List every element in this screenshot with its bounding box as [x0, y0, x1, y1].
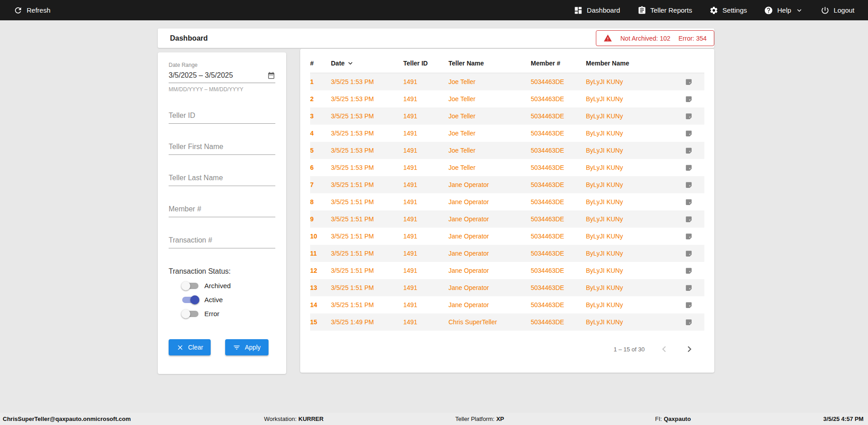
note-icon[interactable]: [673, 233, 704, 240]
nav-dashboard[interactable]: Dashboard: [574, 6, 620, 15]
filter-actions: Clear Apply: [169, 339, 275, 355]
table-row[interactable]: 9 3/5/25 1:51 PM 1491 Jane Operator 5034…: [310, 210, 704, 228]
row-teller-id: 1491: [403, 215, 448, 223]
row-member-name: ByLyJI KUNy: [586, 164, 673, 171]
table-row[interactable]: 6 3/5/25 1:53 PM 1491 Joe Teller 5034463…: [310, 159, 704, 176]
row-number: 10: [310, 233, 331, 240]
row-member-name: ByLyJI KUNy: [586, 112, 673, 120]
row-teller-id: 1491: [403, 250, 448, 257]
note-icon[interactable]: [673, 130, 704, 137]
member-number-input[interactable]: [169, 202, 275, 217]
note-icon[interactable]: [673, 181, 704, 189]
note-icon[interactable]: [673, 112, 704, 120]
table-row[interactable]: 4 3/5/25 1:53 PM 1491 Joe Teller 5034463…: [310, 125, 704, 142]
row-date: 3/5/25 1:51 PM: [331, 284, 403, 291]
row-date: 3/5/25 1:49 PM: [331, 318, 403, 326]
nav-help[interactable]: Help: [764, 6, 803, 15]
row-teller-id: 1491: [403, 164, 448, 171]
pagination-prev-button[interactable]: [658, 343, 670, 355]
note-icon[interactable]: [673, 215, 704, 223]
table-row[interactable]: 15 3/5/25 1:49 PM 1491 Chris SuperTeller…: [310, 313, 704, 331]
status-toggle[interactable]: Archived: [182, 282, 275, 290]
clear-button-label: Clear: [188, 344, 203, 351]
teller-id-input[interactable]: [169, 109, 275, 124]
row-member-number: 5034463DE: [531, 284, 586, 291]
row-member-name: ByLyJI KUNy: [586, 147, 673, 154]
row-number: 14: [310, 301, 331, 308]
nav-teller-reports[interactable]: Teller Reports: [637, 6, 693, 15]
toggle-switch[interactable]: [182, 297, 198, 303]
calendar-icon[interactable]: [267, 71, 275, 79]
row-teller-id: 1491: [403, 130, 448, 137]
dashboard-icon: [574, 6, 583, 15]
note-icon[interactable]: [673, 78, 704, 86]
table-row[interactable]: 2 3/5/25 1:53 PM 1491 Joe Teller 5034463…: [310, 90, 704, 107]
note-icon[interactable]: [673, 250, 704, 257]
note-icon[interactable]: [673, 164, 704, 172]
row-member-name: ByLyJI KUNy: [586, 181, 673, 188]
row-teller-name: Joe Teller: [448, 95, 531, 103]
row-member-number: 5034463DE: [531, 301, 586, 308]
teller-platform-status: Teller Platform:XP: [455, 413, 504, 425]
status-toggle[interactable]: Error: [182, 310, 275, 318]
note-icon[interactable]: [673, 267, 704, 275]
row-date: 3/5/25 1:53 PM: [331, 147, 403, 154]
alert-not-archived: Not Archived: 102: [620, 35, 670, 42]
table-row[interactable]: 5 3/5/25 1:53 PM 1491 Joe Teller 5034463…: [310, 142, 704, 159]
table-row[interactable]: 11 3/5/25 1:51 PM 1491 Jane Operator 503…: [310, 245, 704, 262]
row-member-name: ByLyJI KUNy: [586, 130, 673, 137]
help-icon: [764, 6, 773, 15]
row-date: 3/5/25 1:51 PM: [331, 250, 403, 257]
apply-button[interactable]: Apply: [225, 339, 268, 355]
teller-first-name-input[interactable]: [169, 140, 275, 155]
refresh-icon: [14, 6, 23, 15]
row-number: 8: [310, 198, 331, 205]
row-member-name: ByLyJI KUNy: [586, 233, 673, 240]
user-email: ChrisSuperTeller@qaxpauto.onmicrosoft.co…: [3, 413, 131, 425]
note-icon[interactable]: [673, 95, 704, 103]
status-toggle[interactable]: Active: [182, 296, 275, 304]
row-date: 3/5/25 1:53 PM: [331, 130, 403, 137]
note-icon[interactable]: [673, 318, 704, 326]
table-row[interactable]: 8 3/5/25 1:51 PM 1491 Jane Operator 5034…: [310, 193, 704, 210]
nav-label: Teller Reports: [651, 6, 693, 14]
row-number: 12: [310, 267, 331, 274]
table-row[interactable]: 13 3/5/25 1:51 PM 1491 Jane Operator 503…: [310, 279, 704, 296]
note-icon[interactable]: [673, 284, 704, 292]
table-row[interactable]: 7 3/5/25 1:51 PM 1491 Jane Operator 5034…: [310, 176, 704, 193]
row-number: 13: [310, 284, 331, 291]
date-format-hint: MM/DD/YYYY – MM/DD/YYYY: [169, 86, 275, 93]
row-member-number: 5034463DE: [531, 233, 586, 240]
row-number: 11: [310, 250, 331, 257]
pagination-next-button[interactable]: [684, 343, 695, 355]
note-icon[interactable]: [673, 147, 704, 154]
col-date[interactable]: Date: [331, 59, 403, 67]
toggle-switch[interactable]: [182, 283, 198, 289]
teller-last-name-input[interactable]: [169, 171, 275, 186]
table-row[interactable]: 14 3/5/25 1:51 PM 1491 Jane Operator 503…: [310, 296, 704, 313]
nav-logout[interactable]: Logout: [821, 6, 854, 15]
toggle-label: Active: [204, 296, 223, 304]
row-date: 3/5/25 1:51 PM: [331, 198, 403, 205]
toggle-switch[interactable]: [182, 311, 198, 317]
row-teller-name: Jane Operator: [448, 267, 531, 274]
table-row[interactable]: 3 3/5/25 1:53 PM 1491 Joe Teller 5034463…: [310, 107, 704, 125]
row-member-name: ByLyJI KUNy: [586, 95, 673, 103]
nav-settings[interactable]: Settings: [709, 6, 747, 15]
row-teller-name: Jane Operator: [448, 301, 531, 308]
clear-button[interactable]: Clear: [169, 339, 211, 355]
toggle-label: Archived: [204, 282, 231, 290]
transaction-number-input[interactable]: [169, 234, 275, 248]
note-icon[interactable]: [673, 198, 704, 206]
row-date: 3/5/25 1:53 PM: [331, 78, 403, 85]
table-row[interactable]: 10 3/5/25 1:51 PM 1491 Jane Operator 503…: [310, 228, 704, 245]
nav-label: Help: [777, 6, 791, 14]
status-bar: ChrisSuperTeller@qaxpauto.onmicrosoft.co…: [0, 413, 868, 425]
row-teller-id: 1491: [403, 78, 448, 85]
date-range-input[interactable]: [169, 71, 259, 79]
refresh-button[interactable]: Refresh: [14, 6, 51, 15]
pagination: 1 – 15 of 30: [310, 343, 704, 355]
note-icon[interactable]: [673, 301, 704, 309]
table-row[interactable]: 1 3/5/25 1:53 PM 1491 Joe Teller 5034463…: [310, 73, 704, 90]
table-row[interactable]: 12 3/5/25 1:51 PM 1491 Jane Operator 503…: [310, 262, 704, 279]
